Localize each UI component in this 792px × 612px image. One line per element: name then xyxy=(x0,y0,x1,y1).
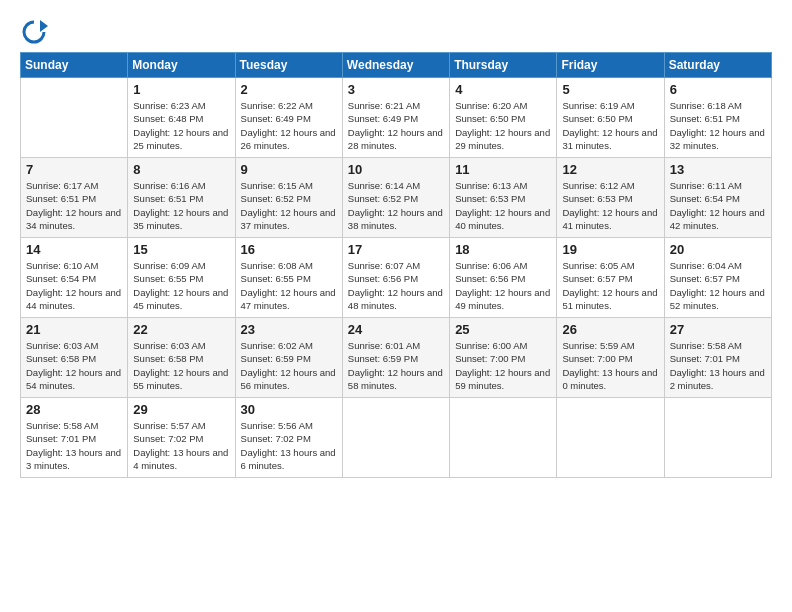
logo-icon xyxy=(20,18,48,46)
day-number: 29 xyxy=(133,402,229,417)
calendar-cell: 12 Sunrise: 6:12 AMSunset: 6:53 PMDaylig… xyxy=(557,158,664,238)
calendar-header: Sunday Monday Tuesday Wednesday Thursday… xyxy=(21,53,772,78)
day-number: 28 xyxy=(26,402,122,417)
day-number: 4 xyxy=(455,82,551,97)
calendar-cell xyxy=(557,398,664,478)
calendar-cell: 14 Sunrise: 6:10 AMSunset: 6:54 PMDaylig… xyxy=(21,238,128,318)
day-number: 5 xyxy=(562,82,658,97)
calendar-cell: 1 Sunrise: 6:23 AMSunset: 6:48 PMDayligh… xyxy=(128,78,235,158)
cell-info: Sunrise: 5:58 AMSunset: 7:01 PMDaylight:… xyxy=(26,420,121,471)
calendar-cell xyxy=(342,398,449,478)
day-number: 13 xyxy=(670,162,766,177)
day-number: 3 xyxy=(348,82,444,97)
day-number: 19 xyxy=(562,242,658,257)
day-number: 20 xyxy=(670,242,766,257)
day-number: 25 xyxy=(455,322,551,337)
calendar-cell: 22 Sunrise: 6:03 AMSunset: 6:58 PMDaylig… xyxy=(128,318,235,398)
day-number: 16 xyxy=(241,242,337,257)
calendar-cell: 11 Sunrise: 6:13 AMSunset: 6:53 PMDaylig… xyxy=(450,158,557,238)
day-number: 14 xyxy=(26,242,122,257)
col-wednesday: Wednesday xyxy=(342,53,449,78)
calendar-cell: 26 Sunrise: 5:59 AMSunset: 7:00 PMDaylig… xyxy=(557,318,664,398)
calendar-cell: 24 Sunrise: 6:01 AMSunset: 6:59 PMDaylig… xyxy=(342,318,449,398)
calendar-cell: 21 Sunrise: 6:03 AMSunset: 6:58 PMDaylig… xyxy=(21,318,128,398)
day-number: 23 xyxy=(241,322,337,337)
calendar-week-4: 28 Sunrise: 5:58 AMSunset: 7:01 PMDaylig… xyxy=(21,398,772,478)
calendar-cell: 25 Sunrise: 6:00 AMSunset: 7:00 PMDaylig… xyxy=(450,318,557,398)
day-number: 1 xyxy=(133,82,229,97)
cell-info: Sunrise: 6:01 AMSunset: 6:59 PMDaylight:… xyxy=(348,340,443,391)
cell-info: Sunrise: 6:00 AMSunset: 7:00 PMDaylight:… xyxy=(455,340,550,391)
cell-info: Sunrise: 6:19 AMSunset: 6:50 PMDaylight:… xyxy=(562,100,657,151)
calendar-week-3: 21 Sunrise: 6:03 AMSunset: 6:58 PMDaylig… xyxy=(21,318,772,398)
cell-info: Sunrise: 6:16 AMSunset: 6:51 PMDaylight:… xyxy=(133,180,228,231)
calendar-cell: 27 Sunrise: 5:58 AMSunset: 7:01 PMDaylig… xyxy=(664,318,771,398)
cell-info: Sunrise: 6:10 AMSunset: 6:54 PMDaylight:… xyxy=(26,260,121,311)
calendar-body: 1 Sunrise: 6:23 AMSunset: 6:48 PMDayligh… xyxy=(21,78,772,478)
col-friday: Friday xyxy=(557,53,664,78)
day-number: 24 xyxy=(348,322,444,337)
cell-info: Sunrise: 6:14 AMSunset: 6:52 PMDaylight:… xyxy=(348,180,443,231)
calendar-cell: 5 Sunrise: 6:19 AMSunset: 6:50 PMDayligh… xyxy=(557,78,664,158)
header-row: Sunday Monday Tuesday Wednesday Thursday… xyxy=(21,53,772,78)
calendar-cell: 16 Sunrise: 6:08 AMSunset: 6:55 PMDaylig… xyxy=(235,238,342,318)
calendar-week-1: 7 Sunrise: 6:17 AMSunset: 6:51 PMDayligh… xyxy=(21,158,772,238)
cell-info: Sunrise: 6:12 AMSunset: 6:53 PMDaylight:… xyxy=(562,180,657,231)
day-number: 8 xyxy=(133,162,229,177)
cell-info: Sunrise: 6:13 AMSunset: 6:53 PMDaylight:… xyxy=(455,180,550,231)
header xyxy=(20,18,772,46)
cell-info: Sunrise: 6:03 AMSunset: 6:58 PMDaylight:… xyxy=(133,340,228,391)
calendar-cell: 10 Sunrise: 6:14 AMSunset: 6:52 PMDaylig… xyxy=(342,158,449,238)
day-number: 9 xyxy=(241,162,337,177)
cell-info: Sunrise: 6:07 AMSunset: 6:56 PMDaylight:… xyxy=(348,260,443,311)
calendar-table: Sunday Monday Tuesday Wednesday Thursday… xyxy=(20,52,772,478)
calendar-cell: 7 Sunrise: 6:17 AMSunset: 6:51 PMDayligh… xyxy=(21,158,128,238)
calendar-cell: 8 Sunrise: 6:16 AMSunset: 6:51 PMDayligh… xyxy=(128,158,235,238)
cell-info: Sunrise: 6:11 AMSunset: 6:54 PMDaylight:… xyxy=(670,180,765,231)
logo xyxy=(20,18,52,46)
calendar-cell: 23 Sunrise: 6:02 AMSunset: 6:59 PMDaylig… xyxy=(235,318,342,398)
calendar-cell: 2 Sunrise: 6:22 AMSunset: 6:49 PMDayligh… xyxy=(235,78,342,158)
calendar-week-0: 1 Sunrise: 6:23 AMSunset: 6:48 PMDayligh… xyxy=(21,78,772,158)
page: Sunday Monday Tuesday Wednesday Thursday… xyxy=(0,0,792,612)
day-number: 26 xyxy=(562,322,658,337)
day-number: 17 xyxy=(348,242,444,257)
day-number: 2 xyxy=(241,82,337,97)
cell-info: Sunrise: 5:59 AMSunset: 7:00 PMDaylight:… xyxy=(562,340,657,391)
cell-info: Sunrise: 5:56 AMSunset: 7:02 PMDaylight:… xyxy=(241,420,336,471)
calendar-cell: 18 Sunrise: 6:06 AMSunset: 6:56 PMDaylig… xyxy=(450,238,557,318)
calendar-cell xyxy=(21,78,128,158)
cell-info: Sunrise: 6:02 AMSunset: 6:59 PMDaylight:… xyxy=(241,340,336,391)
col-tuesday: Tuesday xyxy=(235,53,342,78)
col-sunday: Sunday xyxy=(21,53,128,78)
calendar-cell: 29 Sunrise: 5:57 AMSunset: 7:02 PMDaylig… xyxy=(128,398,235,478)
cell-info: Sunrise: 6:22 AMSunset: 6:49 PMDaylight:… xyxy=(241,100,336,151)
calendar-cell: 17 Sunrise: 6:07 AMSunset: 6:56 PMDaylig… xyxy=(342,238,449,318)
calendar-cell: 15 Sunrise: 6:09 AMSunset: 6:55 PMDaylig… xyxy=(128,238,235,318)
day-number: 12 xyxy=(562,162,658,177)
calendar-cell: 19 Sunrise: 6:05 AMSunset: 6:57 PMDaylig… xyxy=(557,238,664,318)
day-number: 27 xyxy=(670,322,766,337)
day-number: 7 xyxy=(26,162,122,177)
cell-info: Sunrise: 6:09 AMSunset: 6:55 PMDaylight:… xyxy=(133,260,228,311)
cell-info: Sunrise: 6:06 AMSunset: 6:56 PMDaylight:… xyxy=(455,260,550,311)
day-number: 18 xyxy=(455,242,551,257)
cell-info: Sunrise: 6:17 AMSunset: 6:51 PMDaylight:… xyxy=(26,180,121,231)
calendar-cell: 28 Sunrise: 5:58 AMSunset: 7:01 PMDaylig… xyxy=(21,398,128,478)
cell-info: Sunrise: 6:21 AMSunset: 6:49 PMDaylight:… xyxy=(348,100,443,151)
cell-info: Sunrise: 5:57 AMSunset: 7:02 PMDaylight:… xyxy=(133,420,228,471)
calendar-cell xyxy=(664,398,771,478)
calendar-cell: 6 Sunrise: 6:18 AMSunset: 6:51 PMDayligh… xyxy=(664,78,771,158)
cell-info: Sunrise: 6:20 AMSunset: 6:50 PMDaylight:… xyxy=(455,100,550,151)
cell-info: Sunrise: 6:04 AMSunset: 6:57 PMDaylight:… xyxy=(670,260,765,311)
col-thursday: Thursday xyxy=(450,53,557,78)
cell-info: Sunrise: 6:18 AMSunset: 6:51 PMDaylight:… xyxy=(670,100,765,151)
day-number: 30 xyxy=(241,402,337,417)
day-number: 22 xyxy=(133,322,229,337)
cell-info: Sunrise: 6:23 AMSunset: 6:48 PMDaylight:… xyxy=(133,100,228,151)
calendar-cell: 3 Sunrise: 6:21 AMSunset: 6:49 PMDayligh… xyxy=(342,78,449,158)
calendar-cell: 9 Sunrise: 6:15 AMSunset: 6:52 PMDayligh… xyxy=(235,158,342,238)
calendar-week-2: 14 Sunrise: 6:10 AMSunset: 6:54 PMDaylig… xyxy=(21,238,772,318)
col-saturday: Saturday xyxy=(664,53,771,78)
calendar-cell: 30 Sunrise: 5:56 AMSunset: 7:02 PMDaylig… xyxy=(235,398,342,478)
